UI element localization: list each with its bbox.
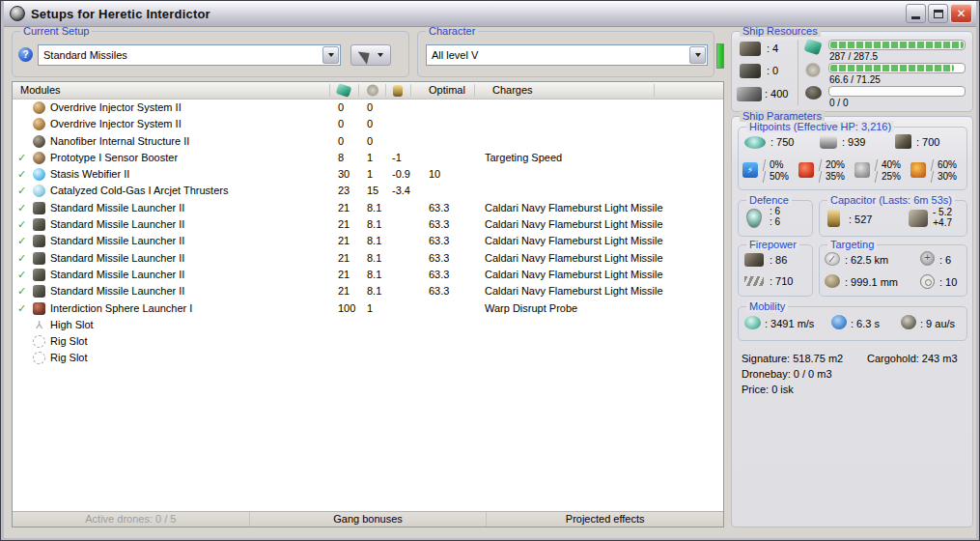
module-row[interactable]: Rig Slot — [13, 333, 723, 350]
column-optimal[interactable]: Optimal — [429, 84, 465, 96]
high-slot-icon — [33, 319, 45, 331]
align-time-icon — [831, 315, 847, 329]
launcher-hardpoints-icon — [740, 64, 761, 78]
targeting-group: Targeting : 62.5 km : 6 : 999.1 mm : 10 — [819, 244, 967, 297]
max-targets-value: : 6 — [939, 254, 951, 266]
missile-launcher-icon — [33, 202, 45, 214]
module-row[interactable]: Overdrive Injector System II00 — [13, 100, 723, 116]
launcher-hardpoints-value: : 0 — [767, 65, 778, 76]
close-button[interactable]: ✕ — [950, 4, 972, 23]
module-row[interactable]: ✓Interdiction Sphere Launcher I1001Warp … — [13, 300, 723, 317]
module-row[interactable]: High Slot — [13, 317, 723, 333]
character-select[interactable]: All level V — [426, 44, 708, 66]
turret-hardpoints-icon — [740, 42, 761, 56]
thermal-resist-icon — [798, 162, 814, 178]
module-row[interactable]: ✓Stasis Webifier II301-0.910 — [13, 166, 723, 183]
price-stat: Price: 0 isk — [742, 384, 794, 395]
module-row[interactable]: ✓Catalyzed Cold-Gas I Arcjet Thrusters23… — [13, 183, 723, 199]
window-title: Setups for Heretic Interdictor — [31, 7, 210, 21]
explosive-resist-icon — [910, 162, 926, 178]
charge-name: Caldari Navy Flameburst Light Missile — [485, 283, 663, 299]
nanofiber-icon — [33, 135, 45, 148]
module-row[interactable]: Overdrive Injector System II00 — [13, 116, 723, 132]
gang-bonuses-tab[interactable]: Gang bonuses — [249, 512, 487, 527]
minimize-button[interactable] — [906, 4, 926, 23]
module-row[interactable]: ✓Standard Missile Launcher II218.163.3Ca… — [13, 200, 723, 216]
chevron-down-icon — [378, 53, 383, 57]
column-modules[interactable]: Modules — [20, 84, 61, 96]
cpu-column-icon[interactable] — [336, 83, 352, 98]
module-name: Catalyzed Cold-Gas I Arcjet Thrusters — [50, 183, 228, 199]
module-name: Standard Missile Launcher II — [50, 250, 184, 267]
column-divider[interactable] — [358, 84, 359, 97]
em-resist-group: ⚡ 0%50% — [742, 157, 797, 185]
help-button[interactable]: ? — [18, 47, 33, 62]
optimal-value: 10 — [429, 166, 440, 183]
missile-launcher-icon — [33, 269, 45, 281]
em-armor-resist: 50% — [770, 171, 789, 183]
character-select-dropdown-button[interactable] — [689, 46, 706, 64]
module-name: Standard Missile Launcher II — [50, 267, 184, 283]
ship-menu-button[interactable] — [350, 44, 391, 66]
chevron-down-icon — [328, 53, 334, 57]
defence-group: Defence : 6 : 6 — [738, 200, 813, 237]
structure-hp-value: : 700 — [916, 136, 939, 148]
module-row[interactable]: ✓Standard Missile Launcher II218.163.3Ca… — [13, 267, 723, 283]
drone-bar — [828, 86, 966, 97]
module-name: Rig Slot — [50, 350, 88, 366]
targeting-label: Targeting — [827, 239, 877, 250]
check-icon: ✓ — [17, 150, 26, 166]
check-icon: ✓ — [17, 183, 26, 199]
column-divider[interactable] — [654, 84, 655, 97]
defence-value-1: : 6 — [770, 206, 780, 216]
capacitor-value: -3.4 — [392, 183, 410, 199]
setup-select[interactable]: Standard Missiles — [38, 44, 341, 66]
module-name: Stasis Webifier II — [50, 166, 129, 183]
targeting-range-value: : 62.5 km — [845, 254, 888, 266]
modules-list-header[interactable]: Modules Optimal Charges — [13, 82, 723, 100]
projected-effects-tab[interactable]: Projected effects — [486, 512, 723, 527]
armor-hp-icon — [820, 135, 837, 149]
ship-resources-group: Ship Resources : 4 : 0 : 400 287 / 287.5… — [731, 31, 973, 112]
module-row[interactable]: ✓Standard Missile Launcher II218.163.3Ca… — [13, 216, 723, 233]
drone-text: 0 / 0 — [829, 98, 848, 108]
column-divider[interactable] — [329, 84, 330, 97]
powergrid-value: 8.1 — [367, 233, 381, 249]
optimal-value: 63.3 — [429, 283, 449, 299]
missile-launcher-icon — [33, 252, 45, 265]
module-row[interactable]: ✓Standard Missile Launcher II218.163.3Ca… — [13, 250, 723, 267]
cpu-value: 0 — [338, 100, 344, 116]
capacitor-label: Capacitor (Lasts: 6m 53s) — [827, 194, 955, 206]
module-name: Overdrive Injector System II — [50, 100, 182, 116]
module-row[interactable]: ✓Standard Missile Launcher II218.163.3Ca… — [13, 233, 723, 249]
volley-value: : 86 — [770, 254, 787, 266]
setup-select-dropdown-button[interactable] — [322, 46, 339, 64]
column-divider[interactable] — [385, 84, 386, 97]
optimal-value: 63.3 — [429, 200, 449, 216]
powergrid-value: 0 — [367, 133, 373, 150]
cap-delta-negative: - 5.2 — [933, 207, 952, 217]
cpu-value: 0 — [338, 116, 344, 132]
module-row[interactable]: Nanofiber Internal Structure II00 — [13, 133, 723, 150]
powergrid-value: 8.1 — [367, 267, 381, 283]
powergrid-value: 0 — [367, 116, 373, 132]
module-row[interactable]: ✓Prototype I Sensor Booster81-1Targeting… — [13, 150, 723, 166]
cpu-value: 21 — [338, 250, 350, 267]
active-drones-tab[interactable]: Active drones: 0 / 5 — [13, 512, 249, 527]
column-charges[interactable]: Charges — [492, 84, 533, 96]
overdrive-icon — [33, 118, 45, 130]
maximize-button[interactable] — [928, 4, 948, 23]
column-divider[interactable] — [410, 84, 411, 97]
column-divider[interactable] — [474, 84, 475, 97]
powergrid-column-icon[interactable] — [366, 84, 379, 97]
module-row[interactable]: Rig Slot — [13, 350, 723, 366]
cpu-value: 21 — [338, 233, 350, 249]
max-velocity-icon — [744, 316, 761, 329]
calibration-value: : 400 — [765, 88, 788, 100]
cpu-icon — [803, 39, 822, 55]
module-row[interactable]: ✓Standard Missile Launcher II218.163.3Ca… — [13, 283, 723, 299]
capacitor-column-icon[interactable] — [393, 85, 403, 97]
max-targets-icon — [920, 251, 935, 266]
check-icon: ✓ — [17, 200, 26, 216]
charge-name: Caldari Navy Flameburst Light Missile — [485, 250, 663, 267]
